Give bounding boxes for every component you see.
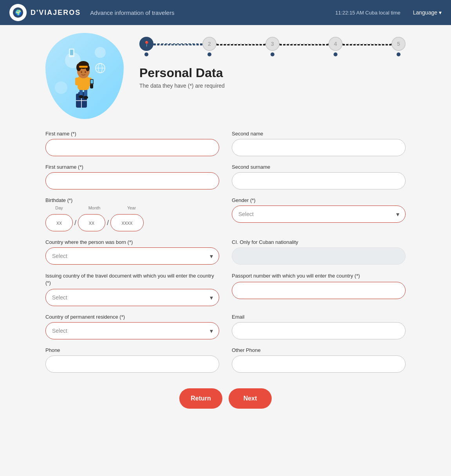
progress-stepper: 📍 2 3 4 — [139, 37, 406, 56]
other-phone-field: Other Phone — [232, 347, 406, 373]
step-2-dot — [207, 52, 211, 56]
step-4-dot — [334, 52, 337, 56]
svg-point-27 — [85, 71, 86, 73]
ci-label: CI. Only for Cuban nationality — [232, 239, 406, 245]
residence-country-select[interactable]: Select — [45, 322, 219, 339]
phone-input[interactable] — [45, 355, 219, 373]
step-1-dot — [144, 52, 148, 56]
step-5-circle: 5 — [391, 37, 406, 51]
svg-point-26 — [81, 71, 82, 73]
step-2: 2 — [202, 37, 216, 56]
step-line-4-5 — [343, 43, 391, 45]
return-button[interactable]: Return — [179, 388, 222, 409]
email-field: Email — [232, 314, 406, 339]
step-2-circle: 2 — [202, 37, 216, 51]
birth-country-select[interactable]: Select — [45, 247, 219, 265]
passport-field: Passport number with which you will ente… — [232, 272, 406, 306]
app-header: 🌍 D'VIAJEROS Advance information of trav… — [0, 0, 451, 25]
email-label: Email — [232, 314, 406, 320]
first-name-label: First name (*) — [45, 131, 219, 137]
first-name-field: First name (*) — [45, 131, 219, 156]
birth-country-field: Country where the person was born (*) Se… — [45, 239, 219, 265]
svg-rect-30 — [91, 80, 93, 83]
birthdate-field: Birthdate (*) Day Month Year / / — [45, 197, 219, 231]
birthdate-label: Birthdate (*) — [45, 197, 219, 203]
chevron-down-icon: ▾ — [439, 9, 442, 16]
issuing-country-select[interactable]: Select — [45, 289, 219, 306]
passport-input[interactable] — [232, 282, 406, 299]
svg-text:🌍: 🌍 — [15, 9, 22, 16]
day-input[interactable] — [45, 214, 73, 231]
logo-text: D'VIAJEROS — [31, 9, 81, 17]
second-name-input[interactable] — [232, 139, 406, 156]
year-input[interactable] — [110, 214, 144, 231]
page-title: Personal Data — [139, 66, 406, 80]
page-subtitle: The data they have (*) are required — [139, 83, 406, 89]
year-sub-label: Year — [116, 206, 147, 210]
birthdate-sub-labels: Day Month Year — [45, 206, 219, 210]
issuing-country-field: Issuing country of the travel document w… — [45, 272, 219, 306]
first-name-input[interactable] — [45, 139, 219, 156]
svg-rect-21 — [75, 78, 78, 85]
personal-data-form: First name (*) Second name First surname… — [45, 131, 406, 373]
step-1: 📍 — [139, 37, 153, 56]
logo: 🌍 D'VIAJEROS — [9, 4, 81, 21]
gender-field: Gender (*) Select Male Female Other — [232, 197, 406, 231]
step-3-circle: 3 — [265, 37, 280, 51]
second-surname-input[interactable] — [232, 172, 406, 189]
first-surname-label: First surname (*) — [45, 164, 219, 170]
issuing-country-label: Issuing country of the travel document w… — [45, 272, 219, 287]
step-3-dot — [271, 52, 274, 56]
month-input[interactable] — [78, 214, 105, 231]
day-sub-label: Day — [45, 206, 73, 210]
first-surname-input[interactable] — [45, 172, 219, 189]
top-section: 📍 2 3 4 — [45, 33, 406, 119]
date-separator-2: / — [107, 219, 109, 227]
residence-country-select-wrapper: Select — [45, 322, 219, 339]
step-4: 4 — [328, 37, 343, 56]
svg-rect-28 — [79, 66, 88, 68]
step-line-1-2 — [153, 43, 202, 45]
svg-point-16 — [79, 95, 83, 98]
phone-field: Phone — [45, 347, 219, 373]
language-selector[interactable]: Language ▾ — [413, 9, 442, 16]
header-time: 11:22:15 AM Cuba local time — [335, 10, 400, 16]
svg-point-3 — [95, 47, 106, 58]
residence-country-label: Country of permanent residence (*) — [45, 314, 219, 320]
svg-point-4 — [55, 81, 67, 94]
ci-input — [232, 247, 406, 265]
step-line-3-4 — [280, 43, 328, 45]
next-button[interactable]: Next — [229, 388, 272, 409]
step-1-circle: 📍 — [139, 37, 153, 51]
email-input[interactable] — [232, 322, 406, 339]
map-pin-icon: 📍 — [143, 41, 150, 47]
gender-select-wrapper: Select Male Female Other — [232, 206, 406, 223]
birthdate-inputs: / / — [45, 214, 219, 231]
language-label: Language — [413, 9, 437, 16]
svg-point-17 — [83, 96, 88, 99]
gender-label: Gender (*) — [232, 197, 406, 203]
month-sub-label: Month — [81, 206, 108, 210]
gender-select[interactable]: Select Male Female Other — [232, 206, 406, 223]
issuing-country-select-wrapper: Select — [45, 289, 219, 306]
step-5-dot — [397, 52, 400, 56]
birth-country-label: Country where the person was born (*) — [45, 239, 219, 245]
main-content: 📍 2 3 4 — [38, 25, 413, 424]
other-phone-input[interactable] — [232, 355, 406, 373]
second-surname-label: Second surname — [232, 164, 406, 170]
stepper-and-info: 📍 2 3 4 — [139, 33, 406, 89]
header-title: Advance information of travelers — [90, 9, 335, 16]
step-3: 3 — [265, 37, 280, 56]
step-line-2-3 — [216, 43, 265, 45]
form-buttons: Return Next — [45, 388, 406, 409]
other-phone-label: Other Phone — [232, 347, 406, 353]
svg-rect-6 — [70, 50, 73, 55]
ci-field: CI. Only for Cuban nationality — [232, 239, 406, 265]
second-name-label: Second name — [232, 131, 406, 137]
second-name-field: Second name — [232, 131, 406, 156]
second-surname-field: Second surname — [232, 164, 406, 189]
first-surname-field: First surname (*) — [45, 164, 219, 189]
birth-country-select-wrapper: Select — [45, 247, 219, 265]
step-5: 5 — [391, 37, 406, 56]
date-separator-1: / — [74, 219, 76, 227]
